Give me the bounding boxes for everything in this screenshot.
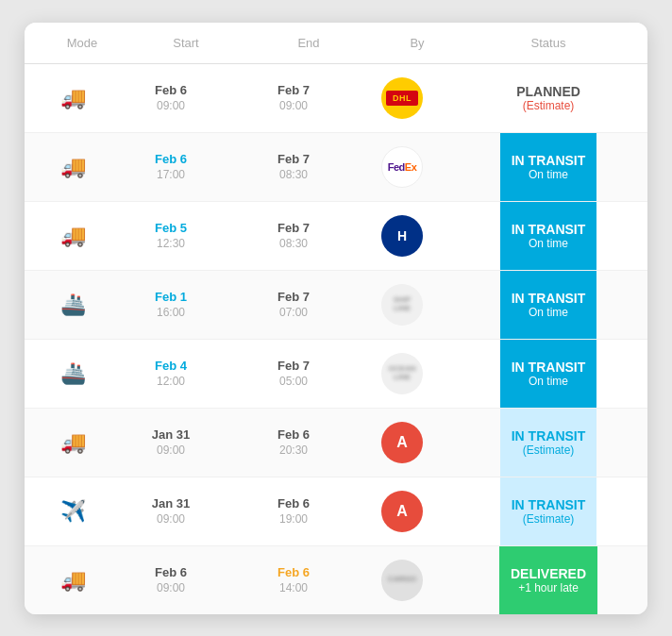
delivered-logo: CARGO bbox=[388, 576, 416, 584]
end-time: 20:30 bbox=[279, 444, 308, 457]
status-sub: On time bbox=[529, 168, 568, 181]
truck-icon: 🚚 bbox=[60, 86, 86, 110]
table-row: ✈️ Jan 31 09:00 Feb 6 19:00 A IN TRANSIT… bbox=[25, 477, 647, 546]
end-date: Feb 7 bbox=[277, 290, 310, 304]
start-cell: Jan 31 09:00 bbox=[109, 418, 232, 466]
start-cell: Feb 1 16:00 bbox=[109, 280, 232, 328]
start-time: 12:30 bbox=[157, 237, 185, 250]
table-row: 🚚 Feb 6 09:00 Feb 7 09:00 DHL PLANNED (E… bbox=[25, 64, 647, 133]
status-cell: IN TRANSIT On time bbox=[449, 202, 647, 270]
status-sub: (Estimate) bbox=[523, 99, 575, 112]
header-start: Start bbox=[125, 36, 247, 50]
start-date: Feb 6 bbox=[155, 565, 187, 579]
start-date: Jan 31 bbox=[152, 427, 190, 442]
end-time: 07:00 bbox=[279, 306, 308, 319]
mode-cell: 🚚 bbox=[25, 145, 109, 189]
status-cell: IN TRANSIT On time bbox=[449, 271, 647, 339]
truck-icon: 🚚 bbox=[60, 155, 86, 179]
carrier-cell: FedEx bbox=[355, 137, 449, 197]
status-sub: On time bbox=[529, 375, 568, 388]
end-cell: Feb 7 08:30 bbox=[232, 142, 355, 191]
start-date: Feb 5 bbox=[155, 221, 187, 235]
header-mode: Mode bbox=[40, 36, 125, 50]
truck-icon: 🚚 bbox=[60, 430, 86, 455]
table-row: 🚚 Feb 6 17:00 Feb 7 08:30 FedEx IN TRANS… bbox=[25, 133, 647, 202]
mode-cell: 🚚 bbox=[25, 214, 109, 258]
carrier-cell: SHIPLINE bbox=[355, 275, 449, 335]
end-cell: Feb 7 08:30 bbox=[232, 211, 355, 259]
status-main: IN TRANSIT bbox=[512, 428, 586, 444]
start-time: 09:00 bbox=[157, 444, 185, 457]
end-cell: Feb 7 09:00 bbox=[232, 74, 355, 122]
table-row: 🚚 Feb 5 12:30 Feb 7 08:30 H IN TRANSIT O… bbox=[25, 202, 647, 271]
status-sub: (Estimate) bbox=[523, 444, 575, 457]
header-end: End bbox=[247, 36, 370, 50]
header-status: Status bbox=[464, 36, 632, 50]
end-date: Feb 7 bbox=[277, 83, 310, 97]
carrier-cell: DHL bbox=[355, 68, 449, 128]
start-cell: Feb 6 09:00 bbox=[109, 556, 232, 604]
table-row: 🚢 Feb 4 12:00 Feb 7 05:00 OCEANLINE IN T… bbox=[25, 340, 647, 409]
ship-logo: OCEANLINE bbox=[389, 365, 416, 382]
status-sub: (Estimate) bbox=[523, 512, 575, 526]
carrier-cell: A bbox=[355, 481, 449, 542]
end-time: 14:00 bbox=[279, 581, 308, 594]
status-box: DELIVERED +1 hour late bbox=[499, 546, 597, 614]
status-sub: +1 hour late bbox=[518, 581, 579, 594]
end-time: 08:30 bbox=[279, 168, 308, 181]
end-date: Feb 6 bbox=[277, 427, 310, 442]
start-cell: Feb 4 12:00 bbox=[109, 349, 232, 397]
start-time: 09:00 bbox=[157, 99, 185, 112]
plane-icon: ✈️ bbox=[60, 499, 86, 524]
truck-icon: 🚚 bbox=[60, 568, 86, 593]
end-cell: Feb 6 14:00 bbox=[232, 556, 355, 604]
status-main: IN TRANSIT bbox=[512, 360, 586, 375]
ship-icon: 🚢 bbox=[60, 361, 86, 386]
ship-icon: 🚢 bbox=[60, 293, 86, 317]
avatar: CARGO bbox=[381, 560, 423, 601]
hapag-logo: H bbox=[397, 228, 407, 243]
status-main: IN TRANSIT bbox=[512, 153, 586, 168]
end-time: 19:00 bbox=[279, 512, 308, 526]
end-date: Feb 6 bbox=[277, 565, 310, 579]
table-header: Mode Start End By Status bbox=[25, 23, 647, 64]
avatar: OCEANLINE bbox=[381, 353, 423, 394]
status-cell: IN TRANSIT On time bbox=[449, 133, 647, 201]
end-time: 05:00 bbox=[279, 375, 308, 388]
start-cell: Feb 6 17:00 bbox=[109, 142, 232, 191]
table-row: 🚢 Feb 1 16:00 Feb 7 07:00 SHIPLINE IN TR… bbox=[25, 271, 647, 340]
status-cell: IN TRANSIT On time bbox=[449, 340, 647, 408]
start-date: Feb 6 bbox=[155, 83, 187, 97]
start-cell: Feb 5 12:30 bbox=[109, 211, 232, 259]
status-main: PLANNED bbox=[516, 84, 580, 99]
start-time: 16:00 bbox=[157, 306, 185, 319]
mode-cell: ✈️ bbox=[25, 490, 109, 533]
start-date: Feb 1 bbox=[155, 290, 187, 304]
carrier-initial: A bbox=[396, 434, 408, 451]
end-date: Feb 7 bbox=[277, 221, 310, 235]
status-box: IN TRANSIT On time bbox=[500, 202, 597, 270]
avatar: FedEx bbox=[381, 146, 423, 188]
start-date: Jan 31 bbox=[152, 496, 190, 510]
carrier-cell: CARGO bbox=[355, 550, 449, 611]
status-cell: PLANNED (Estimate) bbox=[449, 64, 647, 132]
status-cell: IN TRANSIT (Estimate) bbox=[449, 409, 647, 477]
status-box: IN TRANSIT On time bbox=[500, 271, 597, 339]
avatar: A bbox=[381, 491, 423, 532]
status-box: IN TRANSIT (Estimate) bbox=[500, 409, 597, 477]
truck-icon: 🚚 bbox=[60, 224, 86, 248]
status-cell: IN TRANSIT (Estimate) bbox=[449, 477, 647, 545]
end-cell: Feb 6 20:30 bbox=[232, 418, 355, 466]
start-time: 17:00 bbox=[157, 168, 185, 181]
avatar: SHIPLINE bbox=[381, 284, 423, 326]
end-cell: Feb 7 05:00 bbox=[232, 349, 355, 397]
mode-cell: 🚚 bbox=[25, 421, 109, 464]
end-date: Feb 7 bbox=[277, 152, 310, 166]
avatar: A bbox=[381, 422, 423, 463]
status-main: DELIVERED bbox=[511, 566, 586, 581]
end-cell: Feb 6 19:00 bbox=[232, 487, 355, 535]
end-time: 08:30 bbox=[279, 237, 308, 250]
end-date: Feb 6 bbox=[277, 496, 310, 510]
shipment-table: Mode Start End By Status 🚚 Feb 6 09:00 F… bbox=[25, 23, 647, 614]
end-cell: Feb 7 07:00 bbox=[232, 280, 355, 328]
